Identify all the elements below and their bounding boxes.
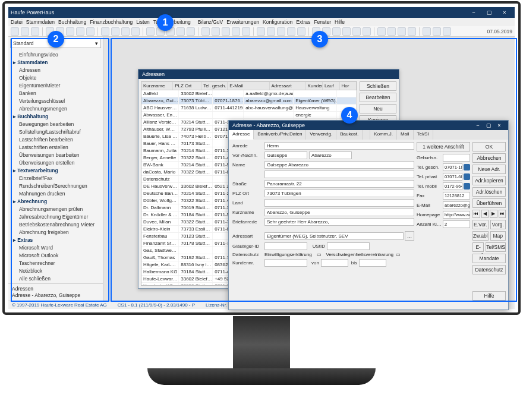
tool-icon[interactable] — [398, 27, 406, 36]
tree-item[interactable]: Bewegungen bearbeiten — [10, 121, 102, 128]
maximize-button[interactable]: ▢ — [481, 10, 497, 15]
detail-button[interactable]: Neue Adr. — [472, 165, 506, 174]
detail-button[interactable]: Überführen — [472, 198, 506, 208]
vorname-field[interactable]: Guiseppe — [264, 151, 307, 159]
tab[interactable]: Baukost. — [336, 130, 363, 140]
tool-icon[interactable] — [232, 27, 240, 36]
briefanrede-field[interactable]: Sehr geehrter Herr Abarezzo, — [264, 218, 414, 226]
tool-icon[interactable] — [287, 27, 295, 36]
geburtsname-field[interactable] — [443, 154, 470, 162]
bearbeiten-button[interactable]: Bearbeiten — [360, 93, 396, 102]
help-button[interactable]: Hilfe — [472, 291, 506, 301]
menu-item[interactable]: Fenster — [314, 19, 331, 25]
tree-item[interactable]: Abrechnungsmengen prüfen — [10, 206, 102, 213]
tree-item[interactable]: Adressen — [10, 67, 102, 74]
menu-item[interactable]: Buchhaltung — [58, 19, 86, 25]
menu-item[interactable]: Konfiguration — [263, 19, 292, 25]
phone-icon[interactable] — [464, 183, 470, 190]
table-row[interactable]: Abwasser, En…energie — [141, 112, 357, 119]
tool-icon[interactable] — [352, 27, 361, 36]
nav-button[interactable]: ⏭ — [499, 210, 506, 218]
kurzname-field[interactable]: Abarezzo, Guiseppe — [264, 209, 414, 216]
tel-priv-field[interactable]: 07071-6812154 — [443, 173, 462, 181]
tree-item[interactable]: Microsoft Outlook — [10, 252, 102, 260]
plz-ort-field[interactable]: 73073 Tübingen — [264, 190, 414, 197]
name2-field[interactable] — [264, 170, 414, 178]
anrede-field[interactable]: Herrn — [264, 142, 414, 150]
tool-icon[interactable] — [187, 27, 195, 36]
menu-item[interactable]: Datei — [11, 19, 23, 25]
table-row[interactable]: Abarezzo, Gui…73073 Tübi…07071-1876…abar… — [141, 97, 357, 105]
detail-button[interactable]: Vorg. — [490, 220, 506, 229]
glaeubiger-id-field[interactable] — [264, 242, 307, 250]
min-icon[interactable]: − — [472, 121, 483, 130]
column-header[interactable]: Hor — [340, 82, 357, 90]
tab[interactable] — [363, 130, 370, 140]
tree-item[interactable]: Betriebskostenabrechnung Mieter — [10, 221, 102, 229]
nav-button[interactable]: ⏮ — [472, 210, 480, 218]
menu-item[interactable]: Finanzbuchhaltung — [90, 19, 133, 25]
tool-icon[interactable] — [342, 27, 351, 36]
column-header[interactable]: Lauf — [323, 82, 339, 90]
tool-icon[interactable] — [111, 27, 119, 36]
tree-item[interactable]: ▸ Abrechnung — [10, 198, 102, 206]
tree-item[interactable]: ▸ Extras — [10, 236, 102, 244]
tree-item[interactable]: Notizblock — [10, 267, 102, 275]
menu-item[interactable]: Listen — [136, 19, 150, 25]
tree-item[interactable]: Lastschriften bearbeiten — [10, 136, 102, 144]
tree-item[interactable]: Lastschriften erstellen — [10, 144, 102, 151]
tree-item[interactable]: Objekte — [10, 74, 102, 82]
close-button[interactable]: × — [497, 10, 512, 15]
tool-icon[interactable] — [332, 27, 341, 36]
column-header[interactable]: Kurzname — [141, 82, 173, 90]
strasse-field[interactable]: Panoramastr. 22 — [264, 180, 414, 188]
tool-icon[interactable] — [377, 27, 386, 36]
tool-icon[interactable] — [267, 27, 275, 36]
tool-icon[interactable] — [277, 27, 285, 36]
help-icon[interactable] — [443, 27, 451, 36]
doc-icon[interactable]: ▭ — [317, 252, 322, 257]
tool-icon[interactable] — [86, 27, 94, 36]
tree-item[interactable]: ▸ Textverarbeitung — [10, 167, 102, 175]
tool-icon[interactable] — [212, 27, 220, 36]
tree-item[interactable]: Verteilungsschlüssel — [10, 97, 102, 105]
tab[interactable]: Adresse — [229, 130, 254, 140]
menu-item[interactable]: Bilanz/GuV — [198, 19, 223, 25]
tree-item[interactable]: Jahresabrechnung Eigentümer — [10, 213, 102, 221]
tool-icon[interactable] — [21, 27, 29, 36]
tree-item[interactable]: Rundschreiben/Berechnungen — [10, 182, 102, 190]
tree-item[interactable]: Einführungsvideo — [10, 51, 102, 59]
tree-item[interactable]: Eigentümer/Mieter — [10, 82, 102, 90]
tab[interactable]: Komm.J. — [370, 130, 397, 140]
tool-icon[interactable] — [242, 27, 250, 36]
tool-icon[interactable] — [121, 27, 130, 36]
tree-item[interactable]: Alle schließen — [10, 275, 102, 283]
close-icon[interactable]: × — [494, 121, 505, 130]
menu-item[interactable]: Erweiterungen — [226, 19, 259, 25]
phone-icon[interactable] — [464, 164, 470, 170]
detail-button[interactable]: E-Mail — [472, 242, 484, 252]
nav-button[interactable]: ◀ — [481, 210, 489, 218]
fax-field[interactable]: 12128812 — [443, 192, 470, 200]
column-header[interactable]: Kundennr. — [306, 82, 323, 90]
phone-icon[interactable] — [464, 173, 470, 180]
menu-item[interactable]: Extras — [296, 19, 310, 25]
nachname-field[interactable]: Abarezzo — [309, 151, 352, 159]
tree-item[interactable]: ▸ Stammdaten — [10, 59, 102, 67]
detail-button[interactable]: Abbrechen — [472, 153, 506, 163]
tool-icon[interactable] — [177, 27, 185, 36]
kundennr-field[interactable] — [264, 259, 307, 267]
tree-item[interactable]: ▸ Buchhaltung — [10, 113, 102, 121]
max-icon[interactable]: ▢ — [483, 121, 494, 130]
nav-button[interactable]: ▶ — [490, 210, 497, 218]
menubar[interactable]: DateiStammdatenBuchhaltungFinanzbuchhalt… — [8, 18, 515, 26]
tree-item[interactable]: Abrechnungsmengen — [10, 105, 102, 113]
tree-item[interactable]: Mahnungen drucken — [10, 190, 102, 198]
tool-icon[interactable] — [11, 27, 19, 36]
tool-icon[interactable] — [387, 27, 396, 36]
detail-tabs[interactable]: AdresseBankverb./Priv.DatenVerwendg.Bauk… — [229, 130, 508, 140]
adressart-field[interactable]: Eigentümer (WEG), Selbstnutzer, SEV — [264, 232, 404, 240]
tool-icon[interactable] — [423, 27, 431, 36]
column-header[interactable]: Adressart — [270, 82, 306, 90]
email-field[interactable]: abarezzo@gmail.com — [443, 201, 470, 209]
